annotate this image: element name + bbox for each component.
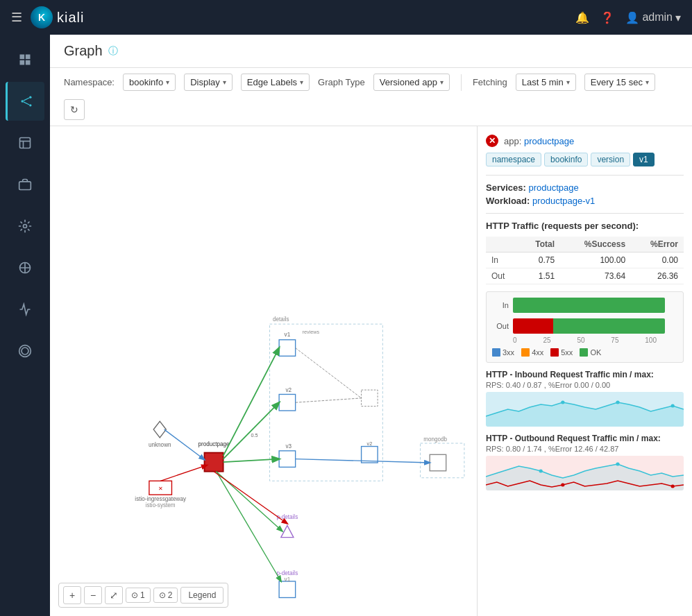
zoom-in-button[interactable]: + — [63, 586, 81, 604]
svg-rect-9 — [20, 138, 31, 148]
divider-2 — [486, 213, 684, 214]
svg-rect-33 — [279, 451, 296, 468]
svg-rect-37 — [430, 454, 446, 471]
legend-5xx-swatch — [550, 348, 559, 357]
legend-ok-label: OK — [590, 348, 601, 357]
inbound-title: HTTP - Inbound Request Traffic min / max… — [486, 370, 684, 379]
chart-axis: 0 25 50 75 100 — [492, 336, 677, 344]
table-row: In 0.75 100.00 0.00 — [486, 253, 684, 268]
namespace-caret-icon: ▾ — [166, 78, 169, 86]
sidebar-item-overview[interactable] — [6, 40, 44, 79]
graph-type-caret-icon: ▾ — [440, 78, 444, 86]
svg-point-60 — [616, 463, 619, 466]
bar-row-out: Out — [492, 318, 677, 334]
cell-direction: Out — [486, 268, 519, 284]
edge-labels-dropdown[interactable]: Edge Labels ▾ — [241, 74, 310, 91]
svg-rect-2 — [20, 60, 25, 65]
svg-text:✕: ✕ — [158, 486, 163, 492]
sidebar-item-jaeger[interactable] — [6, 332, 44, 370]
graph-controls: + − ⤢ ⊙ 1 ⊙ 2 Legend — [58, 583, 228, 608]
outbound-title: HTTP - Outbound Request Traffic min / ma… — [486, 434, 684, 443]
help-icon[interactable]: ⓘ — [108, 45, 118, 58]
axis-0: 0 — [513, 336, 517, 344]
node-app-prefix: app: productpage — [504, 136, 574, 146]
page-header: Graph ⓘ — [50, 35, 692, 68]
svg-text:mongodb: mongodb — [423, 436, 447, 443]
node-error-icon: ✕ — [486, 135, 498, 147]
legend-5xx-label: 5xx — [561, 348, 573, 357]
svg-point-13 — [24, 225, 27, 228]
sidebar-item-services[interactable] — [6, 207, 44, 246]
table-header-row: Total %Success %Error — [486, 237, 684, 253]
bar-row-in: In — [492, 298, 677, 313]
layout2-button[interactable]: ⊙ 2 — [153, 588, 178, 603]
svg-line-7 — [23, 98, 28, 101]
bar-in-label: In — [492, 301, 509, 309]
svg-text:istio-system: istio-system — [146, 502, 176, 508]
svg-rect-34 — [362, 390, 378, 407]
svg-text:p-details: p-details — [277, 514, 298, 520]
time-range-caret-icon: ▾ — [566, 78, 570, 86]
svg-rect-3 — [26, 60, 31, 65]
svg-point-57 — [616, 401, 619, 404]
tag-bookinfo: bookinfo — [544, 153, 588, 166]
graph-area[interactable]: details mongodb ✕ istio-ingressgateway i… — [50, 126, 477, 616]
bar-out-5xx — [513, 318, 553, 334]
svg-rect-35 — [362, 447, 378, 463]
svg-text:v3: v3 — [285, 443, 292, 450]
cell-success: 100.00 — [560, 253, 631, 268]
layout1-button[interactable]: ⊙ 1 — [126, 588, 151, 603]
user-menu[interactable]: 👤 admin ▾ — [625, 11, 681, 24]
legend-ok: OK — [580, 348, 601, 357]
main-content: Graph ⓘ Namespace: bookinfo ▾ Display ▾ … — [50, 35, 692, 616]
col-total: Total — [519, 237, 560, 253]
services-link[interactable]: productpage — [528, 182, 578, 193]
graph-canvas[interactable]: details mongodb ✕ istio-ingressgateway i… — [50, 126, 477, 616]
bell-icon[interactable]: 🔔 — [575, 11, 589, 24]
time-range-dropdown[interactable]: Last 5 min ▾ — [516, 74, 576, 91]
workload-link[interactable]: productpage-v1 — [532, 196, 595, 206]
fit-button[interactable]: ⤢ — [105, 586, 123, 604]
fetching-label: Fetching — [473, 77, 507, 87]
refresh-button[interactable]: ↻ — [64, 99, 85, 120]
svg-point-62 — [671, 485, 675, 488]
axis-25: 25 — [543, 336, 550, 344]
zoom-out-button[interactable]: − — [84, 586, 102, 604]
help-icon[interactable]: ❓ — [600, 11, 614, 24]
user-caret-icon: ▾ — [675, 11, 681, 24]
sidebar-item-applications[interactable] — [6, 123, 44, 162]
outbound-stats: RPS: 0.80 / 1.74 , %Error 12.46 / 42.87 — [486, 445, 684, 453]
brand-icon: K — [31, 6, 53, 28]
outbound-chart — [486, 456, 684, 490]
sidebar-item-workloads[interactable] — [6, 165, 44, 204]
brand-name: kiali — [57, 10, 84, 26]
sidebar-item-istio[interactable] — [6, 248, 44, 287]
navbar: ☰ K kiali 🔔 ❓ 👤 admin ▾ — [0, 0, 692, 35]
cell-total: 1.51 — [519, 268, 560, 284]
svg-text:productpage: productpage — [198, 441, 230, 447]
refresh-interval-dropdown[interactable]: Every 15 sec ▾ — [584, 74, 655, 91]
svg-point-58 — [671, 404, 675, 408]
svg-text:istio-ingressgateway: istio-ingressgateway — [135, 496, 187, 502]
refresh-interval-caret-icon: ▾ — [645, 78, 649, 86]
sidebar-item-graph[interactable] — [6, 82, 44, 121]
axis-100: 100 — [645, 336, 657, 344]
layout2-icon: ⊙ — [159, 590, 166, 600]
hamburger-icon[interactable]: ☰ — [11, 10, 22, 25]
legend-4xx-swatch — [521, 348, 530, 357]
namespace-label: Namespace: — [64, 77, 115, 87]
legend-3xx-swatch — [492, 348, 500, 357]
refresh-icon: ↻ — [70, 104, 78, 115]
display-dropdown[interactable]: Display ▾ — [184, 74, 233, 91]
legend-button[interactable]: Legend — [180, 587, 223, 604]
inbound-chart-section: HTTP - Inbound Request Traffic min / max… — [486, 370, 684, 427]
graph-type-label: Graph Type — [318, 77, 365, 87]
toolbar: Namespace: bookinfo ▾ Display ▾ Edge Lab… — [50, 68, 692, 126]
svg-point-4 — [21, 100, 23, 102]
axis-50: 50 — [577, 336, 584, 344]
traffic-table: Total %Success %Error In 0.75 100.00 0.0… — [486, 237, 684, 284]
namespace-dropdown[interactable]: bookinfo ▾ — [123, 74, 176, 91]
sidebar-item-tracing[interactable] — [6, 290, 44, 329]
graph-type-dropdown[interactable]: Versioned app ▾ — [373, 74, 450, 91]
node-app-link[interactable]: productpage — [524, 136, 574, 146]
